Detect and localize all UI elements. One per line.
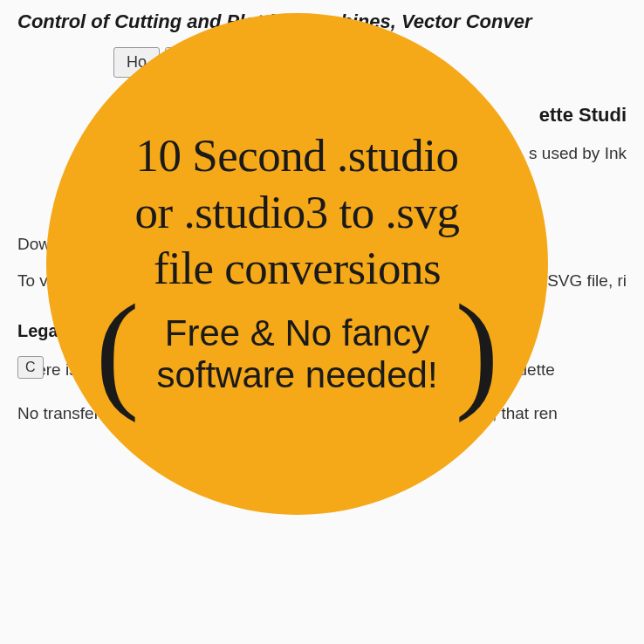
paren-left-icon: (	[95, 305, 139, 396]
badge-sub-text: Free & No fancy software needed!	[132, 312, 462, 397]
paren-right-icon: )	[456, 305, 499, 396]
promo-badge: 10 Second .studio or .studio3 to .svg fi…	[46, 13, 548, 515]
badge-main-text: 10 Second .studio or .studio3 to .svg fi…	[135, 127, 460, 297]
choose-button[interactable]: C	[17, 356, 44, 379]
badge-sub-wrapper: ( Free & No fancy software needed! )	[88, 309, 505, 401]
